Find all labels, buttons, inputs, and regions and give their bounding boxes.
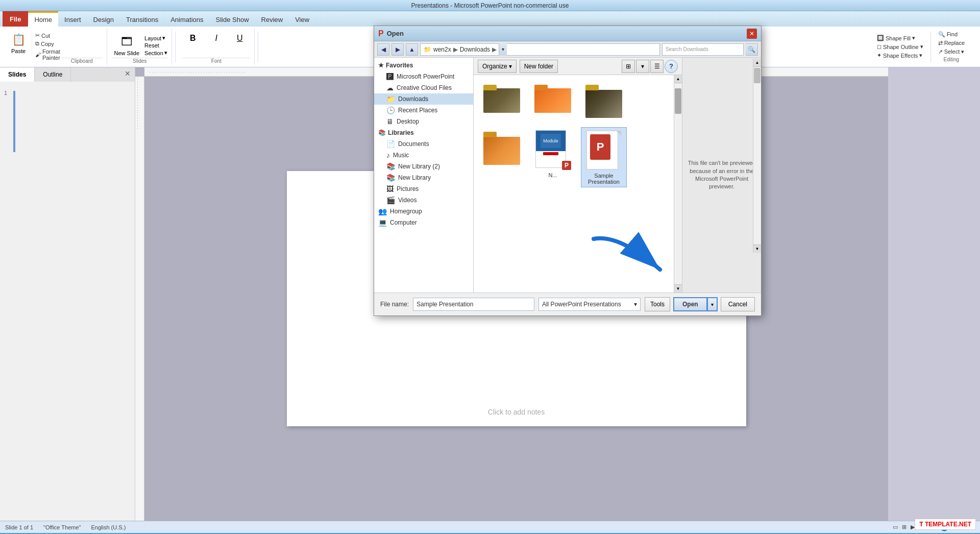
tab-slides[interactable]: Slides (0, 67, 35, 82)
help-button[interactable]: ? (665, 60, 678, 73)
view-normal-icon[interactable]: ▭ (893, 524, 898, 530)
tools-button[interactable]: Tools (645, 297, 670, 311)
select-button[interactable]: ↗ Select ▾ (937, 48, 966, 56)
slides-panel-close[interactable]: ✕ (120, 67, 135, 82)
preview-scroll-up[interactable]: ▲ (753, 59, 761, 67)
preview-vscrollbar[interactable]: ▲ ▼ (753, 59, 761, 253)
filetype-select[interactable]: All PowerPoint Presentations ▾ (538, 298, 641, 311)
open-dropdown-button[interactable]: ▾ (707, 297, 718, 311)
scroll-down-button[interactable]: ▼ (674, 284, 682, 293)
slide-info: Slide 1 of 1 (5, 524, 33, 530)
forward-button[interactable]: ▶ (391, 43, 404, 56)
nav-creative-cloud[interactable]: ☁ Creative Cloud Files (374, 82, 473, 93)
cut-button[interactable]: ✂ Cut (34, 32, 61, 39)
file-item-sample[interactable]: P Sample Presentation (581, 127, 627, 187)
nav-videos[interactable]: 🎬 Videos (374, 195, 473, 206)
reset-button[interactable]: Reset (144, 42, 167, 48)
path-dropdown-button[interactable]: ▾ (499, 43, 507, 56)
preview-scroll-down[interactable]: ▼ (753, 245, 761, 253)
tab-animations[interactable]: Animations (164, 11, 209, 27)
tab-review[interactable]: Review (255, 11, 289, 27)
underline-button[interactable]: U (230, 33, 250, 44)
organize-button[interactable]: Organize ▾ (478, 60, 517, 73)
file-item-folder-1[interactable] (479, 80, 525, 122)
nav-new-library[interactable]: 📚 New Library (374, 172, 473, 183)
file-item-folder-2[interactable] (530, 80, 576, 122)
view-details-button[interactable]: ☰ (650, 60, 664, 73)
find-button[interactable]: 🔍 Find (937, 31, 966, 38)
nav-downloads[interactable]: 📁 Downloads (374, 93, 473, 105)
file-item-ppt-1[interactable]: Module P N... (530, 127, 576, 187)
dialog-footer: File name: All PowerPoint Presentations … (374, 293, 761, 315)
dialog-close-button[interactable]: ✕ (747, 29, 757, 39)
nav-libraries-icon: 📚 (378, 129, 386, 136)
folder-4-icon (483, 129, 520, 165)
nav-recent-places[interactable]: 🕒 Recent Places (374, 105, 473, 116)
nav-documents[interactable]: 📄 Documents (374, 138, 473, 150)
cancel-button[interactable]: Cancel (721, 297, 755, 311)
new-folder-button[interactable]: New folder (520, 60, 558, 73)
shape-fill-button[interactable]: 🔲 Shape Fill ▾ (876, 34, 924, 42)
files-vscrollbar[interactable]: ▲ ▼ (674, 75, 682, 293)
tab-insert[interactable]: Insert (58, 11, 87, 27)
new-slide-button[interactable]: 🗔 New Slide (112, 33, 142, 58)
tab-slideshow[interactable]: Slide Show (210, 11, 255, 27)
up-button[interactable]: ▲ (406, 43, 418, 56)
bold-button[interactable]: B (183, 33, 203, 44)
shape-outline-button[interactable]: ◻ Shape Outline ▾ (876, 43, 924, 51)
tab-file[interactable]: File (3, 11, 28, 27)
view-list-button[interactable]: ⊞ (622, 60, 635, 73)
file-item-folder-4[interactable] (479, 127, 525, 187)
nav-documents-label: Documents (398, 140, 429, 148)
copy-button[interactable]: ⧉ Copy (34, 40, 61, 47)
tab-transitions[interactable]: Transitions (120, 11, 164, 27)
format-painter-button[interactable]: 🖌 Format Painter (34, 48, 61, 61)
nav-new-library-2[interactable]: 📚 New Library (2) (374, 161, 473, 172)
section-button[interactable]: Section ▾ (144, 50, 167, 56)
replace-button[interactable]: ⇄ Replace (937, 39, 966, 47)
path-sep-1: ▶ (453, 46, 458, 53)
shape-effects-button[interactable]: ✦ Shape Effects ▾ (876, 52, 924, 59)
nav-pictures[interactable]: 🖼 Pictures (374, 183, 473, 195)
new-folder-label: New folder (524, 63, 553, 70)
open-label: Open (682, 301, 698, 308)
nav-desktop[interactable]: 🖥 Desktop (374, 116, 473, 127)
nav-microsoft-ppt-label: Microsoft PowerPoint (397, 73, 454, 80)
language-indicator[interactable]: English (U.S.) (91, 524, 126, 530)
copy-label: Copy (41, 41, 54, 47)
folder-1-icon (483, 82, 520, 113)
slides-group: 🗔 New Slide Layout ▾ Reset Section ▾ Sli… (108, 29, 172, 65)
paste-area: 📋 Paste (8, 31, 32, 55)
find-icon: 🔍 (938, 31, 945, 38)
title-text: Presentations - Microsoft PowerPoint non… (411, 2, 569, 9)
tab-view[interactable]: View (289, 11, 315, 27)
tab-design[interactable]: Design (87, 11, 120, 27)
layout-button[interactable]: Layout ▾ (144, 35, 167, 41)
nav-microsoft-ppt[interactable]: 🅿 Microsoft PowerPoint (374, 71, 473, 82)
back-button[interactable]: ◀ (377, 43, 389, 56)
right-ribbon-area: 🔲 Shape Fill ▾ ◻ Shape Outline ▾ ✦ Shape… (876, 29, 976, 65)
nav-homegroup[interactable]: 👥 Homegroup (374, 206, 473, 217)
file-item-folder-3[interactable] (581, 80, 627, 122)
nav-pictures-label: Pictures (397, 185, 419, 192)
nav-computer[interactable]: 💻 Computer (374, 217, 473, 228)
view-dropdown-button[interactable]: ▾ (636, 60, 649, 73)
scroll-up-button[interactable]: ▲ (674, 75, 682, 83)
search-button[interactable]: 🔍 (746, 43, 758, 56)
paste-button[interactable]: 📋 Paste (8, 31, 29, 55)
view-slide-show-icon[interactable]: ▶ (911, 524, 915, 530)
filename-input[interactable] (413, 298, 534, 311)
path-root: 📁 (424, 46, 431, 53)
dialog-titlebar: P Open ✕ (374, 26, 761, 41)
section-dropdown-icon: ▾ (164, 50, 167, 56)
clipboard-label: Clipboard (61, 58, 103, 65)
open-button[interactable]: Open (673, 297, 707, 311)
view-reading-icon[interactable]: ⊞ (902, 524, 906, 530)
nav-music[interactable]: ♪ Music (374, 150, 473, 161)
click-to-add-notes[interactable]: Click to add notes (287, 408, 746, 416)
replace-label: Replace (944, 40, 965, 46)
tab-outline[interactable]: Outline (35, 67, 71, 82)
tab-home[interactable]: Home (28, 11, 58, 27)
slide-thumbnail-1[interactable] (13, 91, 15, 152)
italic-button[interactable]: I (206, 33, 227, 44)
